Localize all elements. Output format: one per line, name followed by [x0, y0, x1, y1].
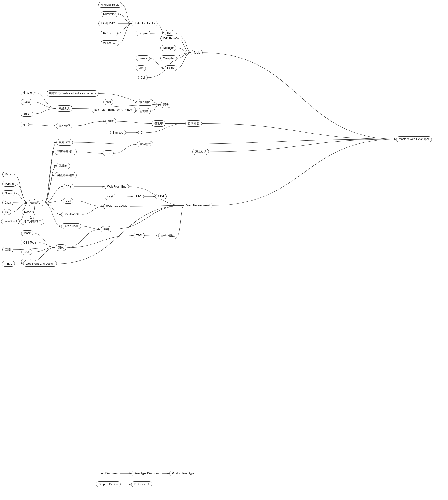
connection-dsl-to-domain-pattern	[113, 144, 137, 154]
cgi-node: CGI	[63, 198, 73, 203]
connection-prog-lang-to-browser-compat	[44, 175, 55, 203]
auto-test-node: 自动化测试	[158, 233, 177, 239]
js-libs-node: JS库/框架使用	[21, 219, 44, 225]
connection-webstorm-to-jetbrains-family	[119, 24, 132, 43]
bamboo-node: Bamboo	[110, 130, 126, 135]
gradle-node: Gradle	[21, 90, 34, 95]
connection-web-development-to-mastery-web-dev	[212, 139, 396, 205]
compiler-node: Compiler	[160, 55, 177, 61]
connection-nix-to-software-compile	[113, 102, 137, 103]
prototype-ui-node: Prototype UI	[131, 482, 152, 487]
diagram-container: Android StudioRubyMineIntellij IDEAPyCha…	[0, 0, 448, 500]
clean-code-node: Clean Code	[61, 223, 81, 229]
connection-cgi-to-web-serverside	[73, 201, 103, 206]
connection-buildr-to-build-tools	[33, 109, 56, 114]
cli-node: CLI	[138, 75, 148, 80]
connection-debuger-to-tools	[176, 48, 191, 53]
intellij-idea-node: Intellij IDEA	[98, 21, 118, 26]
web-development-node: Web Development	[184, 203, 212, 208]
tdd-node: TDD	[134, 233, 145, 238]
seo-node: SEO	[133, 194, 144, 199]
connection-eclipse-to-ide	[150, 33, 165, 33]
python-node: Python	[2, 181, 16, 187]
android-studio-node: Android Studio	[98, 2, 122, 8]
ide-node: IDE	[165, 30, 175, 36]
connection-version-mgmt-to-build	[72, 121, 105, 126]
connection-auto-deploy-to-mastery-web-dev	[202, 124, 396, 140]
emacs-node: Emacs	[136, 55, 150, 61]
connection-prog-lang-to-cgi	[44, 201, 63, 203]
scala-node: Scala	[2, 190, 15, 196]
script-lang-node: 脚本语言(Bash,Perl,Ruby,Python etc)	[47, 90, 98, 97]
domain-knowledge-node: 领域知识	[192, 149, 209, 155]
buildr-node: Buildr	[21, 111, 33, 117]
design-pattern-node: 设计模式	[56, 139, 73, 145]
connection-prog-lang-to-meta-prog	[44, 166, 56, 203]
connection-tools-to-mastery-web-dev	[203, 53, 396, 139]
connection-design-pattern-to-domain-pattern	[73, 142, 137, 144]
rake-node: Rake	[21, 99, 32, 105]
testing-node: 测试	[55, 245, 66, 251]
sql-nosql-node: SQL/NoSQL	[61, 212, 82, 217]
web-frontend-node: Web Front-End	[105, 184, 129, 189]
prototype-discovery-node: Prototype Discovery	[132, 471, 162, 476]
connection-python-to-prog-lang	[16, 184, 28, 203]
editor-node: Editor	[165, 65, 177, 71]
browser-compat-node: 浏览器兼容性	[55, 172, 77, 178]
html-node: HTML	[2, 261, 15, 266]
connection-nodejs-to-js-libs	[29, 215, 32, 219]
connection-compiler-to-tools	[177, 53, 191, 58]
web-frontend-design-node: Web Front-End Design	[23, 261, 57, 266]
connection-editor-to-tools	[177, 53, 191, 68]
software-compile-node: 软件编译	[137, 99, 153, 106]
pkg-mgmt-node: 包管理	[137, 108, 150, 114]
build-node: 构建	[105, 118, 116, 124]
git-node: git	[21, 122, 29, 127]
connection-analysis-to-seo	[115, 197, 133, 197]
connection-build-to-pkg-release	[116, 121, 152, 124]
java-node: Java	[2, 200, 13, 205]
apis-node: APIs	[63, 184, 74, 189]
connection-auto-test-to-web-development	[177, 205, 184, 236]
nix-node: *nix	[103, 99, 113, 105]
connection-testing-to-refactor	[66, 229, 101, 248]
prog-lang-node: 编程语言	[28, 200, 44, 206]
mastery-web-dev-node: Mastery Web Developer	[396, 136, 432, 142]
connection-android-studio-to-jetbrains-family	[122, 5, 132, 24]
debuger-node: Debuger	[160, 45, 176, 51]
apk-npm-node: apk、pip、npm、gem、maven	[92, 107, 136, 113]
auto-deploy-node: 自动部署	[185, 120, 202, 127]
connection-prog-lang-to-sql-nosql	[44, 203, 61, 215]
user-discovery-node: User Discovery	[96, 471, 120, 476]
ci-node: CI	[138, 130, 146, 135]
csharp-node: C#	[2, 209, 11, 215]
connection-testing-to-tdd	[66, 235, 134, 248]
connection-scala-to-prog-lang	[15, 193, 28, 203]
javascript-node: JavaScript	[1, 219, 19, 224]
css-node: CSS	[2, 247, 13, 252]
connection-rake-to-build-tools	[32, 102, 56, 109]
connection-tdd-to-auto-test	[145, 235, 158, 236]
build-tools-node: 构建工具	[56, 105, 72, 112]
graphic-design-node: Graphic Design	[96, 482, 121, 487]
connection-css-tools-to-testing	[39, 243, 55, 248]
connection-jetbrains-family-to-ide	[157, 24, 165, 33]
connection-rubymine-to-jetbrains-family	[119, 14, 132, 24]
dsl-node: DSL	[103, 150, 113, 156]
product-prototype-node: Product Prototype	[169, 471, 197, 476]
domain-pattern-node: 领域模式	[137, 141, 153, 147]
tools-node: Tools	[191, 50, 203, 55]
connection-clean-code-to-refactor	[81, 226, 101, 229]
refactor-node: 重构	[101, 226, 112, 233]
connection-java-to-prog-lang	[13, 203, 28, 203]
rubymine-node: RubyMine	[101, 11, 119, 17]
meta-prog-node: 元编程	[56, 163, 70, 169]
pycharm-node: PyCharm	[101, 31, 118, 36]
connection-css-to-testing	[13, 248, 55, 250]
connection-prog-lang-to-lang-design	[44, 152, 55, 203]
connection-domain-pattern-to-mastery-web-dev	[153, 139, 396, 144]
mock-node: Mock	[21, 230, 33, 236]
eclipse-node: Eclipse	[136, 31, 150, 36]
connection-stub-to-testing	[32, 248, 55, 252]
version-mgmt-node: 版本管理	[56, 123, 72, 129]
